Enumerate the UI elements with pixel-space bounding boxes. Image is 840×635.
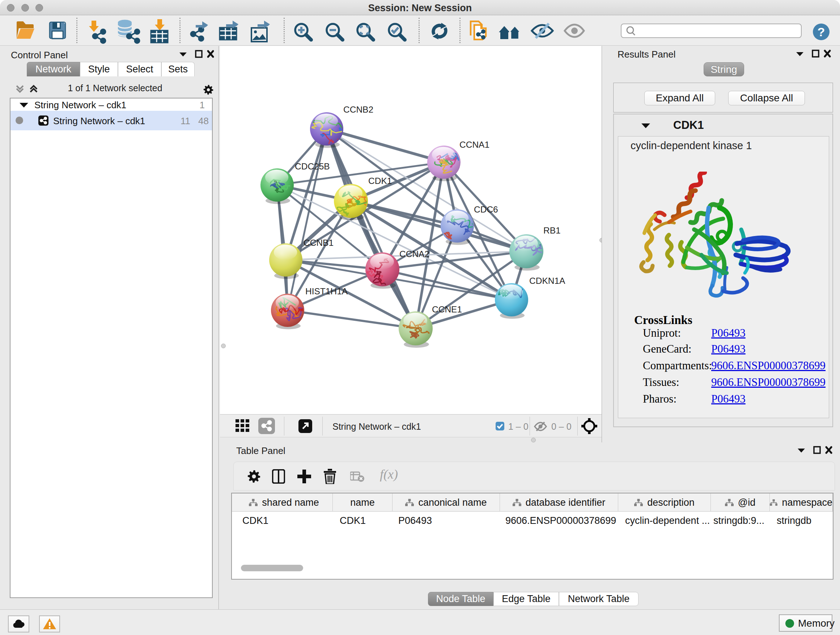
svg-text:CDC6: CDC6 [474,204,498,214]
svg-text:CDKN1A: CDKN1A [529,276,565,286]
svg-text:CCNA2: CCNA2 [399,249,429,259]
svg-text:CCNE1: CCNE1 [432,304,462,314]
svg-text:?: ? [818,25,825,39]
svg-text:HIST1H1A: HIST1H1A [305,287,348,296]
svg-text:CCNB1: CCNB1 [303,238,333,248]
svg-text:RB1: RB1 [543,226,561,235]
svg-text:CDK1: CDK1 [368,176,392,186]
svg-text:CCNB2: CCNB2 [343,105,373,114]
svg-text:CDC25B: CDC25B [295,162,330,171]
svg-text:CCNA1: CCNA1 [459,140,489,149]
